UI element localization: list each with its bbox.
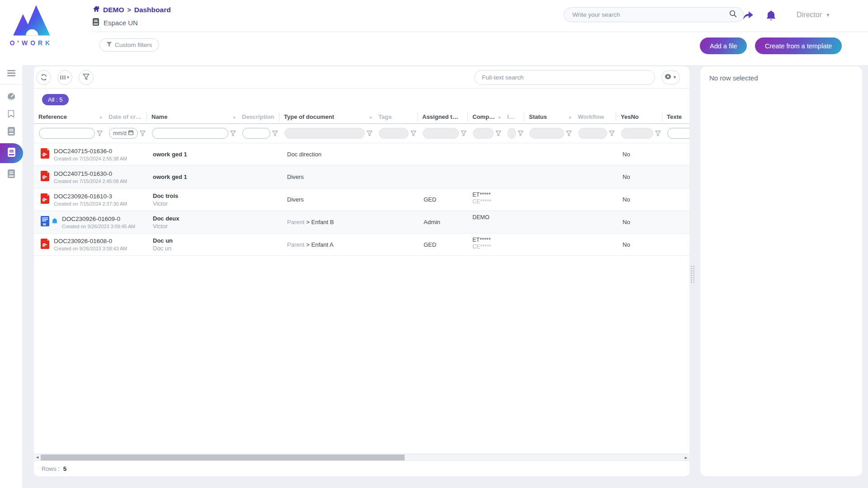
column-label: YesNo xyxy=(621,113,639,120)
column-label: Description xyxy=(242,113,274,120)
user-role-dropdown[interactable]: Director ▼ xyxy=(797,11,830,19)
cell-description xyxy=(237,166,279,188)
column-header-type_of_document[interactable]: Type of document▸ xyxy=(279,110,374,123)
sidebar-item-dashboard[interactable] xyxy=(0,89,22,106)
column-header-workflow[interactable]: Workflow xyxy=(573,110,616,123)
sort-arrow-icon[interactable]: ▸ xyxy=(370,114,373,120)
global-search[interactable] xyxy=(564,7,744,22)
cell-status xyxy=(524,234,573,255)
calendar-icon[interactable] xyxy=(128,130,133,136)
filter-input-description[interactable] xyxy=(242,128,270,139)
sort-arrow-icon[interactable]: ▸ xyxy=(100,114,103,120)
filter-input-type_of_document[interactable] xyxy=(284,128,365,139)
filter-input-assigned_to[interactable] xyxy=(423,128,459,139)
filter-funnel-icon[interactable] xyxy=(410,131,416,136)
column-header-date_of_creation[interactable]: Date of cr… xyxy=(104,110,147,123)
document-name: Doc trois xyxy=(153,192,178,199)
column-label: Reference xyxy=(38,113,67,120)
table-row[interactable]: DOC240715-01636-0Created on 7/15/2024 2:… xyxy=(34,143,689,165)
panel-resize-handle[interactable] xyxy=(691,266,697,283)
column-header-name[interactable]: Name▸ xyxy=(147,110,237,123)
filter-funnel-icon[interactable] xyxy=(609,131,615,136)
filter-input-yesno[interactable] xyxy=(621,128,653,139)
cell-company xyxy=(468,166,503,188)
sidebar-item-archive[interactable] xyxy=(0,166,22,183)
sidebar-item-menu[interactable] xyxy=(0,65,22,83)
scroll-left-arrow[interactable]: ◄ xyxy=(34,454,41,461)
table-row[interactable]: wDOC230926-01609-0Created on 9/26/2023 3… xyxy=(34,211,689,233)
table-settings-button[interactable]: ▼ xyxy=(661,70,680,84)
share-icon[interactable] xyxy=(742,10,754,22)
scrollbar-thumb[interactable] xyxy=(41,455,405,460)
search-icon[interactable] xyxy=(729,10,737,19)
created-date: Created on 9/26/2023 3:08:43 AM xyxy=(54,246,127,251)
column-label: Comp… xyxy=(472,113,495,120)
columns-icon: lll▼ xyxy=(60,74,70,81)
global-search-input[interactable] xyxy=(572,11,729,18)
filter-funnel-icon[interactable] xyxy=(461,131,467,136)
table-row[interactable]: DOC240715-01630-0Created on 7/15/2024 2:… xyxy=(34,165,689,188)
sort-arrow-icon[interactable]: ▸ xyxy=(499,114,501,120)
column-header-assigned_to[interactable]: Assigned t… xyxy=(418,110,468,123)
sidebar-item-library[interactable] xyxy=(0,123,22,141)
filter-input-name[interactable] xyxy=(152,128,228,139)
filter-input-texte[interactable] xyxy=(667,128,689,139)
workspace-name: Espace UN xyxy=(104,19,138,27)
filter-input-date_of_creation[interactable]: mm/d xyxy=(109,128,138,139)
filter-input-tags[interactable] xyxy=(379,128,409,139)
filter-funnel-icon[interactable] xyxy=(97,131,103,136)
filter-funnel-icon xyxy=(106,42,112,48)
filter-funnel-icon[interactable] xyxy=(230,131,236,136)
custom-filters-button[interactable]: Custom filters xyxy=(99,38,159,52)
filter-funnel-icon[interactable] xyxy=(367,131,373,136)
filter-funnel-icon[interactable] xyxy=(495,131,501,136)
top-header: O'WORK DEMO > Dashboard Espace UN Dire xyxy=(0,0,868,65)
cell-description xyxy=(237,234,279,255)
filter-input-workflow[interactable] xyxy=(578,128,607,139)
home-icon[interactable] xyxy=(93,5,100,14)
column-header-reference[interactable]: Reference▸ xyxy=(34,110,104,123)
breadcrumb-item-demo[interactable]: DEMO xyxy=(103,6,124,14)
notifications-bell-icon[interactable] xyxy=(766,10,778,22)
filter-input-status[interactable] xyxy=(529,128,564,139)
column-header-tags[interactable]: Tags xyxy=(374,110,418,123)
create-from-template-button[interactable]: Create from a template xyxy=(755,38,842,54)
column-header-company[interactable]: Comp…▸ xyxy=(468,110,503,123)
horizontal-scrollbar[interactable]: ◄ ► xyxy=(34,454,689,460)
filter-funnel-icon[interactable] xyxy=(566,131,572,136)
type-value: > Enfant A xyxy=(306,241,333,248)
filter-funnel-icon[interactable] xyxy=(272,131,278,136)
column-header-texte[interactable]: Texte xyxy=(662,110,689,123)
fulltext-search[interactable] xyxy=(474,70,655,85)
column-header-status[interactable]: Status▸ xyxy=(524,110,573,123)
column-header-yesno[interactable]: YesNo xyxy=(616,110,662,123)
filter-funnel-icon[interactable] xyxy=(518,131,524,136)
column-header-i[interactable]: I… xyxy=(503,110,524,123)
filter-input-company[interactable] xyxy=(473,128,494,139)
columns-button[interactable]: lll▼ xyxy=(57,70,72,85)
filter-input-reference[interactable] xyxy=(39,128,95,139)
cell-type-of-document: Parent> Enfant B xyxy=(279,211,374,233)
sort-arrow-icon[interactable]: ▸ xyxy=(233,114,236,120)
assigned-to-value: GED xyxy=(424,196,436,203)
column-header-description[interactable]: Description xyxy=(237,110,279,123)
scroll-right-arrow[interactable]: ► xyxy=(683,454,689,461)
cell-texte xyxy=(662,188,689,211)
filter-button[interactable] xyxy=(79,70,94,85)
fulltext-search-input[interactable] xyxy=(482,74,647,81)
all-count-badge[interactable]: All : 5 xyxy=(42,94,69,105)
filter-input-i[interactable] xyxy=(508,128,516,139)
table-row[interactable]: DOC230926-01610-3Created on 7/15/2024 2:… xyxy=(34,188,689,211)
sidebar-item-bookmarks[interactable] xyxy=(0,106,22,123)
sidebar-item-documents[interactable] xyxy=(0,143,23,163)
yesno-value: No xyxy=(623,196,630,203)
cell-reference: DOC230926-01610-3Created on 7/15/2024 2:… xyxy=(34,188,147,211)
refresh-button[interactable] xyxy=(36,70,51,85)
filter-funnel-icon[interactable] xyxy=(655,131,661,136)
table-row[interactable]: DOC230926-01608-0Created on 9/26/2023 3:… xyxy=(34,233,689,256)
filter-funnel-icon[interactable] xyxy=(140,131,146,136)
breadcrumb-item-dashboard[interactable]: Dashboard xyxy=(134,6,171,14)
app-logo[interactable]: O'WORK xyxy=(6,3,56,47)
sort-arrow-icon[interactable]: ▸ xyxy=(569,114,572,120)
add-file-button[interactable]: Add a file xyxy=(700,38,747,54)
